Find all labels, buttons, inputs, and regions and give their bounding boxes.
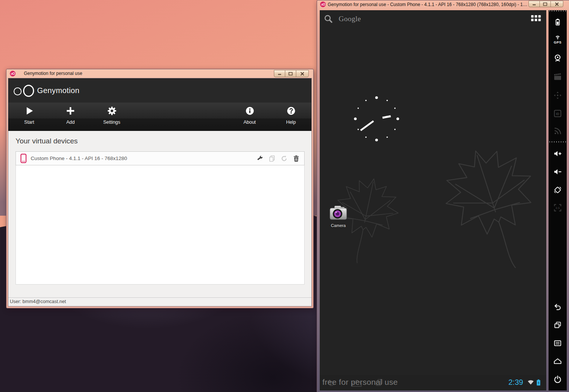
emulator-titlebar[interactable]: Genymotion for personal use - Custom Pho… xyxy=(317,0,569,9)
help-label: Help xyxy=(273,120,309,125)
minimize-icon xyxy=(532,2,536,6)
battery-button[interactable] xyxy=(553,17,562,26)
genymotion-manager-window: Genymotion for personal use Genymotion xyxy=(6,69,314,308)
google-search-label: Google xyxy=(339,15,361,23)
maple-leaf-wallpaper xyxy=(320,135,546,298)
genymotion-logo-O-icon xyxy=(23,85,34,97)
close-button[interactable] xyxy=(296,70,309,77)
duplicate-button[interactable] xyxy=(268,155,276,162)
configure-wrench-button[interactable] xyxy=(256,155,264,162)
dpad-navigation-button[interactable] xyxy=(553,91,562,100)
analog-clock-widget[interactable] xyxy=(353,95,400,142)
genymotion-logo-icon xyxy=(320,2,326,7)
close-icon xyxy=(555,2,559,6)
gear-icon xyxy=(94,106,130,118)
genymotion-logo-icon xyxy=(10,71,16,76)
brand-title: Genymotion xyxy=(37,78,80,103)
plus-icon xyxy=(52,106,89,118)
maximize-icon xyxy=(543,2,547,6)
network-signal-button[interactable] xyxy=(553,126,562,135)
emulator-window: Genymotion for personal use - Custom Pho… xyxy=(317,0,569,392)
devices-heading: Your virtual devices xyxy=(16,137,78,145)
free-license-watermark: free for personal use xyxy=(322,378,398,387)
desktop-wallpaper: Genymotion for personal use Genymotion xyxy=(0,0,569,392)
google-search-bar[interactable]: Google xyxy=(324,13,361,25)
minimize-icon xyxy=(277,72,282,75)
logged-in-user: User: bmm4@comcast.net xyxy=(10,299,66,304)
phone-icon xyxy=(20,153,27,163)
add-button[interactable]: Add xyxy=(52,106,89,125)
factory-reset-button[interactable] xyxy=(280,155,288,162)
genymotion-logo-o-icon xyxy=(14,87,22,95)
one-to-one-scale-button[interactable]: 1:1 xyxy=(553,203,562,212)
sidebar-separator xyxy=(549,11,566,11)
all-apps-button[interactable] xyxy=(531,15,541,22)
question-icon xyxy=(273,106,309,118)
play-icon xyxy=(11,106,47,118)
manager-window-title: Genymotion for personal use xyxy=(24,71,82,76)
menu-button[interactable] xyxy=(553,339,562,348)
gps-button[interactable]: GPS xyxy=(552,34,563,44)
device-row[interactable]: Custom Phone - 4.1.1 - API 16 - 768x1280 xyxy=(16,151,305,165)
webcam-button[interactable] xyxy=(553,54,562,63)
camera-app-icon xyxy=(329,205,347,221)
volume-up-button[interactable] xyxy=(553,149,562,158)
status-time: 2:39 xyxy=(508,378,523,387)
power-button[interactable] xyxy=(553,375,562,384)
gps-label: GPS xyxy=(552,40,563,44)
manager-content: Your virtual devices Custom Phone - 4.1.… xyxy=(8,131,311,298)
manager-header: Genymotion xyxy=(8,78,311,103)
hour-hand xyxy=(383,116,391,118)
settings-button[interactable]: Settings xyxy=(94,106,130,125)
search-icon xyxy=(324,14,333,24)
camera-app-label: Camera xyxy=(324,223,352,228)
manager-statusbar: User: bmm4@comcast.net xyxy=(8,297,311,306)
close-icon xyxy=(300,72,305,76)
emulator-window-title: Genymotion for personal use - Custom Pho… xyxy=(328,2,528,7)
manager-titlebar[interactable]: Genymotion for personal use xyxy=(6,69,313,78)
start-label: Start xyxy=(11,120,47,125)
manager-body: Genymotion Start Add xyxy=(8,78,312,306)
maximize-icon xyxy=(288,72,293,76)
scale-label: 1:1 xyxy=(556,206,560,210)
volume-down-button[interactable] xyxy=(553,167,562,176)
wifi-status-icon xyxy=(527,378,535,385)
genymotion-sidebar: GPS ID xyxy=(549,10,567,390)
minimize-button[interactable] xyxy=(274,70,285,77)
manager-toolbar: Start Add xyxy=(8,103,311,131)
android-screen: Google xyxy=(320,10,546,390)
start-button[interactable]: Start xyxy=(11,106,47,125)
about-button[interactable]: About xyxy=(231,106,268,125)
gps-signal-icon xyxy=(553,34,562,40)
back-button[interactable] xyxy=(553,302,562,311)
maximize-button[interactable] xyxy=(539,1,551,7)
maximize-button[interactable] xyxy=(285,70,296,77)
id-label: ID xyxy=(556,112,560,116)
camera-app-shortcut[interactable]: Camera xyxy=(324,205,352,228)
about-label: About xyxy=(231,120,268,125)
info-icon xyxy=(231,106,268,118)
rotate-screen-button[interactable] xyxy=(553,185,562,194)
battery-charging-icon xyxy=(535,378,542,387)
minimize-button[interactable] xyxy=(528,1,540,7)
device-details-panel xyxy=(16,165,305,285)
help-button[interactable]: Help xyxy=(273,106,309,125)
recent-apps-button[interactable] xyxy=(553,320,562,330)
delete-trash-button[interactable] xyxy=(292,155,300,162)
android-navigation-bar: free for personal use 2:39 xyxy=(320,375,546,390)
sidebar-separator xyxy=(549,142,566,142)
device-id-button[interactable]: ID xyxy=(553,109,562,118)
minute-hand xyxy=(361,121,374,131)
device-list: Custom Phone - 4.1.1 - API 16 - 768x1280 xyxy=(16,151,305,285)
settings-label: Settings xyxy=(94,120,130,125)
home-button[interactable] xyxy=(553,356,562,366)
device-name: Custom Phone - 4.1.1 - API 16 - 768x1280 xyxy=(31,156,127,161)
add-label: Add xyxy=(52,120,89,125)
screencast-clapperboard-button[interactable] xyxy=(553,72,562,81)
close-button[interactable] xyxy=(550,1,563,7)
